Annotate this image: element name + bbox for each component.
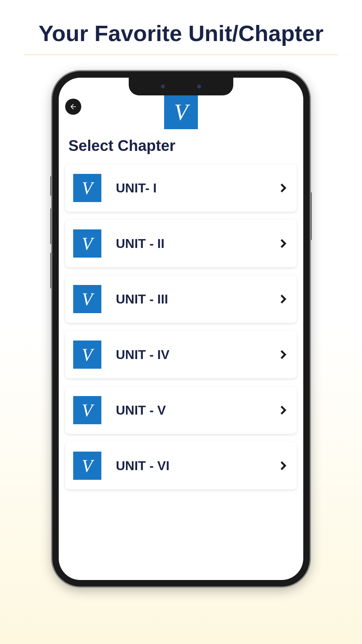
notch-sensor — [161, 85, 165, 89]
chevron-right-icon — [278, 460, 289, 471]
chevron-right-icon — [278, 238, 289, 249]
chapter-item-unit-5[interactable]: V UNIT - V — [65, 386, 297, 434]
chevron-right-icon — [278, 293, 289, 305]
back-arrow-icon — [69, 103, 77, 111]
chapter-item-unit-4[interactable]: V UNIT - IV — [65, 331, 297, 378]
phone-frame: V Select Chapter V UNIT- I V UNIT - II — [52, 71, 310, 586]
chapter-label: UNIT - VI — [101, 458, 278, 473]
notch-sensor — [197, 85, 201, 89]
phone-mockup: V Select Chapter V UNIT- I V UNIT - II — [52, 71, 310, 586]
app-header: V — [59, 95, 303, 129]
chapter-list: V UNIT- I V UNIT - II V UNIT - III — [59, 164, 303, 489]
chevron-right-icon — [278, 349, 289, 360]
chapter-item-unit-6[interactable]: V UNIT - VI — [65, 442, 297, 489]
phone-screen: V Select Chapter V UNIT- I V UNIT - II — [59, 78, 303, 580]
section-heading: Select Chapter — [59, 129, 303, 164]
app-logo: V — [164, 95, 198, 129]
back-button[interactable] — [65, 99, 81, 115]
chapter-label: UNIT - II — [101, 236, 278, 251]
v-logo-icon: V — [73, 341, 101, 369]
chapter-label: UNIT- I — [101, 181, 278, 196]
chapter-label: UNIT - V — [101, 403, 278, 418]
page-title: Your Favorite Unit/Chapter — [24, 0, 338, 55]
app-content: V Select Chapter V UNIT- I V UNIT - II — [59, 78, 303, 580]
v-logo-icon: V — [73, 285, 101, 313]
side-button — [310, 192, 312, 240]
chapter-item-unit-1[interactable]: V UNIT- I — [65, 164, 297, 212]
v-logo-icon: V — [73, 452, 101, 480]
chevron-right-icon — [278, 182, 289, 194]
chapter-label: UNIT - III — [101, 292, 278, 307]
chapter-label: UNIT - IV — [101, 347, 278, 362]
chevron-right-icon — [278, 405, 289, 416]
chapter-item-unit-3[interactable]: V UNIT - III — [65, 275, 297, 323]
chapter-item-unit-2[interactable]: V UNIT - II — [65, 220, 297, 267]
v-logo-icon: V — [73, 174, 101, 202]
phone-notch — [129, 78, 233, 95]
v-logo-icon: V — [73, 229, 101, 258]
v-logo-icon: V — [73, 396, 101, 424]
